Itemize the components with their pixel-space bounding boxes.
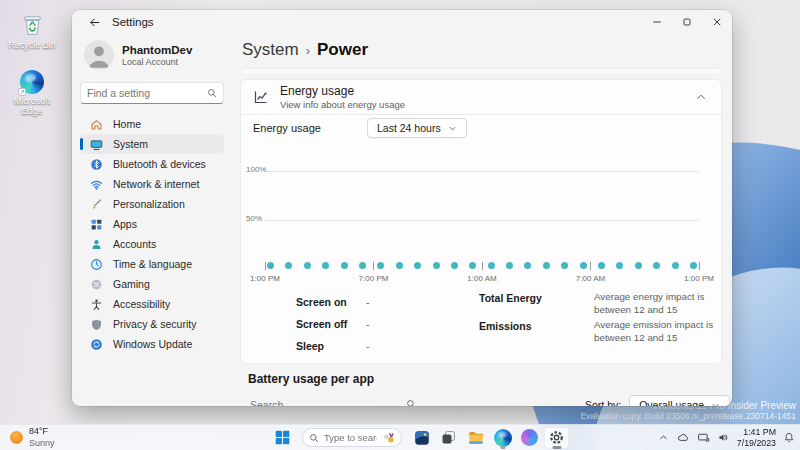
maximize-button[interactable] xyxy=(672,10,702,34)
system-tray: 1:41 PM 7/19/2023 xyxy=(658,425,795,450)
notification-bell-icon[interactable] xyxy=(783,431,795,444)
battery-usage-title: Battery usage per app xyxy=(248,372,732,386)
sidebar: PhantomDev Local Account HomeSystemBluet… xyxy=(72,34,232,406)
data-point xyxy=(653,262,660,269)
sidebar-item-label: Personalization xyxy=(113,198,185,210)
avatar xyxy=(84,40,114,70)
taskbar-settings-icon[interactable] xyxy=(544,427,569,449)
battery-search-input[interactable] xyxy=(250,399,402,406)
sidebar-item-system[interactable]: System xyxy=(80,134,224,154)
system-icon xyxy=(90,138,103,151)
time-range-dropdown[interactable]: Last 24 hours xyxy=(367,118,467,138)
desktop-icon-edge[interactable]: ↗ Microsoft Edge xyxy=(6,70,58,117)
user-name: PhantomDev xyxy=(122,44,192,56)
tray-date: 7/19/2023 xyxy=(737,438,776,449)
data-point xyxy=(414,262,421,269)
taskbar-pinned-app-icon[interactable] xyxy=(409,427,434,449)
start-button[interactable] xyxy=(270,427,295,449)
data-point xyxy=(359,262,366,269)
stat-value: Average emission impact is between 12 an… xyxy=(594,319,716,344)
stat-label: Sleep xyxy=(296,340,366,352)
taskbar: 84°F Sunny xyxy=(0,424,800,450)
data-point xyxy=(672,262,679,269)
sidebar-item-label: System xyxy=(113,138,148,150)
sidebar-nav: HomeSystemBluetooth & devicesNetwork & i… xyxy=(80,114,224,354)
taskbar-search-box[interactable] xyxy=(302,428,402,447)
stat-label: Emissions xyxy=(479,319,594,344)
stat-label: Total Energy xyxy=(479,291,594,316)
medal-icon xyxy=(382,432,395,444)
data-point xyxy=(322,262,329,269)
taskbar-search-input[interactable] xyxy=(324,432,377,443)
network-ethernet-icon[interactable] xyxy=(697,431,710,444)
data-point xyxy=(616,262,623,269)
data-point xyxy=(524,262,531,269)
y-axis-label-50: 50% xyxy=(246,214,264,223)
back-button[interactable] xyxy=(84,13,104,31)
sidebar-item-privacy-security[interactable]: Privacy & security xyxy=(80,314,224,334)
search-icon xyxy=(309,433,319,443)
tray-chevron-up-icon[interactable] xyxy=(658,432,669,443)
sidebar-item-label: Privacy & security xyxy=(113,318,196,330)
breadcrumb: System › Power xyxy=(240,40,732,60)
breadcrumb-parent[interactable]: System xyxy=(242,40,299,60)
card-subtitle: View info about energy usage xyxy=(280,99,405,110)
weather-widget[interactable]: 84°F Sunny xyxy=(10,425,55,450)
y-axis-label-100: 100% xyxy=(246,165,264,174)
settings-search-box[interactable] xyxy=(80,82,224,104)
settings-content: System › Power Energy usage View info ab… xyxy=(232,34,732,406)
speaker-icon[interactable] xyxy=(717,431,730,444)
sidebar-item-network-internet[interactable]: Network & internet xyxy=(80,174,224,194)
x-tick-mark xyxy=(482,262,483,270)
windows-update-icon xyxy=(90,338,103,351)
sidebar-item-personalization[interactable]: Personalization xyxy=(80,194,224,214)
x-tick-mark xyxy=(590,262,591,270)
taskbar-copilot-icon[interactable] xyxy=(517,427,542,449)
onedrive-cloud-icon[interactable] xyxy=(676,431,690,444)
energy-usage-row-label: Energy usage xyxy=(253,122,367,134)
search-icon xyxy=(406,395,416,406)
energy-usage-card: Energy usage View info about energy usag… xyxy=(240,79,722,364)
sidebar-item-home[interactable]: Home xyxy=(80,114,224,134)
accounts-icon xyxy=(90,238,103,251)
taskbar-task-view-icon[interactable] xyxy=(436,427,461,449)
apps-icon xyxy=(90,218,103,231)
sidebar-item-gaming[interactable]: Gaming xyxy=(80,274,224,294)
data-point xyxy=(543,262,550,269)
taskbar-edge-icon[interactable] xyxy=(490,427,515,449)
stat-row: Screen on- xyxy=(296,291,479,313)
sidebar-item-accessibility[interactable]: Accessibility xyxy=(80,294,224,314)
close-button[interactable] xyxy=(702,10,732,34)
data-point xyxy=(267,262,274,269)
sort-dropdown[interactable]: Overall usage xyxy=(629,395,730,406)
sidebar-item-label: Apps xyxy=(113,218,137,230)
battery-search-box[interactable] xyxy=(248,393,418,406)
sidebar-item-time-language[interactable]: Time & language xyxy=(80,254,224,274)
bluetooth-icon xyxy=(90,158,103,171)
sidebar-item-apps[interactable]: Apps xyxy=(80,214,224,234)
weather-temperature: 84°F xyxy=(29,426,55,437)
personalization-icon xyxy=(90,198,103,211)
sidebar-item-label: Time & language xyxy=(113,258,192,270)
settings-search-input[interactable] xyxy=(87,87,207,99)
minimize-button[interactable] xyxy=(642,10,672,34)
stat-value: - xyxy=(366,296,370,308)
data-point xyxy=(488,262,495,269)
sidebar-item-bluetooth-devices[interactable]: Bluetooth & devices xyxy=(80,154,224,174)
data-point xyxy=(506,262,513,269)
search-icon xyxy=(207,84,217,102)
sidebar-item-windows-update[interactable]: Windows Update xyxy=(80,334,224,354)
clock[interactable]: 1:41 PM 7/19/2023 xyxy=(737,427,776,448)
stat-value: - xyxy=(366,340,370,352)
chevron-up-icon[interactable] xyxy=(693,89,709,105)
sidebar-item-accounts[interactable]: Accounts xyxy=(80,234,224,254)
data-point xyxy=(469,262,476,269)
gridline-100 xyxy=(265,171,699,172)
account-card[interactable]: PhantomDev Local Account xyxy=(80,40,224,70)
energy-usage-header[interactable]: Energy usage View info about energy usag… xyxy=(241,80,721,114)
desktop-icon-recycle-bin[interactable]: Recycle Bin xyxy=(6,10,58,50)
taskbar-file-explorer-icon[interactable] xyxy=(463,427,488,449)
data-point xyxy=(580,262,587,269)
data-point xyxy=(396,262,403,269)
x-tick-mark xyxy=(699,262,700,270)
